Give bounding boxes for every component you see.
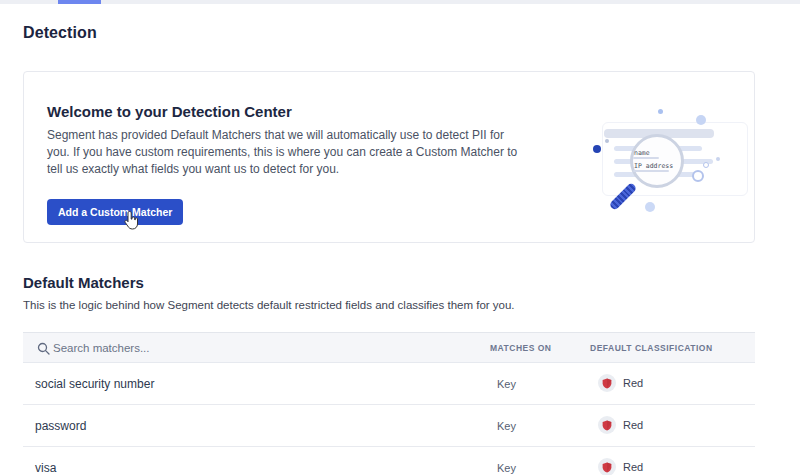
detection-illustration: name IP address xyxy=(584,105,756,223)
column-header-default-classification: DEFAULT CLASSIFICATION xyxy=(590,343,713,353)
table-row[interactable]: password Key Red xyxy=(23,405,755,447)
illustration-underline xyxy=(633,157,659,159)
classification-label: Red xyxy=(623,461,643,473)
welcome-card-description: Segment has provided Default Matchers th… xyxy=(47,127,521,178)
column-header-matches-on: MATCHES ON xyxy=(490,343,552,353)
classification-chip xyxy=(598,416,616,434)
classification-label: Red xyxy=(623,377,643,389)
top-tab-strip xyxy=(0,0,800,4)
shield-icon xyxy=(602,462,612,473)
illustration-underline xyxy=(633,170,669,172)
welcome-card: Welcome to your Detection Center Segment… xyxy=(23,71,755,243)
search-icon xyxy=(37,342,50,355)
table-row[interactable]: social security number Key Red xyxy=(23,363,755,405)
classification-chip xyxy=(598,458,616,475)
matchers-table: MATCHES ON DEFAULT CLASSIFICATION social… xyxy=(23,332,755,475)
search-matchers-input[interactable] xyxy=(53,333,353,362)
decorative-dot xyxy=(716,157,720,161)
decorative-ring xyxy=(692,170,704,182)
classification-cell: Red xyxy=(598,374,643,392)
page-title: Detection xyxy=(23,24,97,42)
decorative-dot xyxy=(658,109,663,114)
matcher-name: social security number xyxy=(35,377,154,391)
illustration-label-ip: IP address xyxy=(634,162,673,170)
default-matchers-description: This is the logic behind how Segment det… xyxy=(23,299,515,311)
shield-icon xyxy=(602,420,612,431)
decorative-dot xyxy=(645,202,655,212)
classification-label: Red xyxy=(623,419,643,431)
matcher-matches-on: Key xyxy=(497,462,516,474)
welcome-card-title: Welcome to your Detection Center xyxy=(47,103,292,120)
matcher-name: password xyxy=(35,419,86,433)
decorative-dot xyxy=(605,139,609,143)
matcher-matches-on: Key xyxy=(497,378,516,390)
classification-chip xyxy=(598,374,616,392)
shield-icon xyxy=(602,378,612,389)
table-row[interactable]: visa Key Red xyxy=(23,447,755,475)
decorative-ring xyxy=(703,162,709,168)
matcher-matches-on: Key xyxy=(497,420,516,432)
add-custom-matcher-button[interactable]: Add a Custom Matcher xyxy=(47,199,183,225)
matchers-table-header: MATCHES ON DEFAULT CLASSIFICATION xyxy=(23,332,755,363)
illustration-label-name: name xyxy=(634,149,650,157)
active-tab-underline xyxy=(58,0,101,4)
decorative-dot xyxy=(696,115,706,125)
decorative-dot xyxy=(593,145,601,153)
matcher-name: visa xyxy=(35,461,56,475)
classification-cell: Red xyxy=(598,416,643,434)
default-matchers-title: Default Matchers xyxy=(23,274,144,291)
magnifying-glass-icon xyxy=(630,134,684,188)
classification-cell: Red xyxy=(598,458,643,475)
